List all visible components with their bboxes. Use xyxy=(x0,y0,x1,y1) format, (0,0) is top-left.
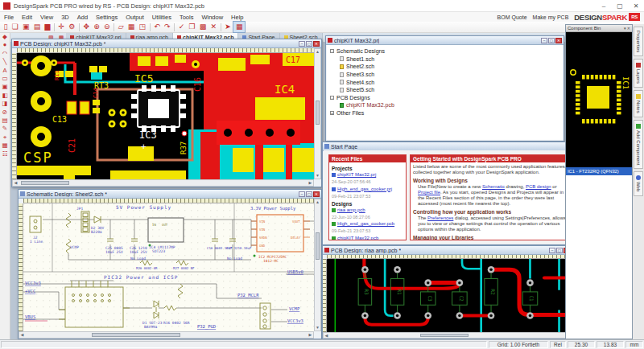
tree-node-other-files[interactable]: +Other Files xyxy=(330,109,563,117)
menu-utilities[interactable]: Utilities xyxy=(148,14,175,21)
bom-quote-link[interactable]: BOM Quote xyxy=(497,14,527,20)
window-titlebar[interactable]: Schematic Design: Sheet2.sch * – ▢ ✕ xyxy=(19,190,321,199)
close-button[interactable]: ✕ xyxy=(313,41,320,47)
undo-icon[interactable]: ↶ xyxy=(152,22,163,32)
minimize-button[interactable]: – xyxy=(299,191,305,197)
copy-icon[interactable]: ❐ xyxy=(187,22,197,32)
maximize-button[interactable]: ▢ xyxy=(306,191,312,197)
minimize-button[interactable]: – xyxy=(541,38,547,43)
schematic-link[interactable]: Schematic xyxy=(482,184,505,189)
settings-icon[interactable]: ⚙ xyxy=(67,22,77,32)
add-component-icon[interactable]: ✛ xyxy=(56,22,67,32)
copper-area-icon[interactable]: ◨ xyxy=(2,100,7,108)
horizontal-scrollbar[interactable]: ◀ ▶ xyxy=(323,332,571,339)
zoom-in-icon[interactable]: ⊕ xyxy=(92,22,102,32)
panel-buttons[interactable]: ▾ ✕ xyxy=(624,26,630,31)
grid-tool-icon[interactable]: ▦ xyxy=(2,142,7,150)
line-tool-icon[interactable]: ╲ xyxy=(3,58,7,66)
tree-item-chipkit-pcb[interactable]: chipKIT Max32.pcb xyxy=(340,101,563,109)
schematic-canvas[interactable]: IN OUT VIN VIN SHDN GND VOUT DELAY 5V Po… xyxy=(23,203,314,331)
minimize-button[interactable]: – xyxy=(299,41,305,47)
paste-icon[interactable]: ▩ xyxy=(197,22,208,32)
frame-icon[interactable]: ◳ xyxy=(137,22,148,32)
tree-item-sheet4[interactable]: Sheet4.sch xyxy=(340,78,563,86)
component-bin-toggle-icon[interactable]: ▦ xyxy=(233,21,246,33)
net-vcc3v3[interactable]: VCC3v3 xyxy=(25,281,41,285)
new-icon[interactable]: ▯ xyxy=(2,22,10,32)
maximize-button[interactable]: ▢ xyxy=(306,41,312,47)
net-vcmp[interactable]: VCMP xyxy=(289,306,300,311)
text-tool-icon[interactable]: A xyxy=(2,67,6,75)
vertical-scrollbar[interactable]: ▲ ▼ xyxy=(314,48,321,179)
expander-icon[interactable]: - xyxy=(330,96,334,100)
rect-tool-icon[interactable]: ▭ xyxy=(2,75,7,83)
save-icon[interactable]: ▣ xyxy=(20,22,31,32)
origin-tool-icon[interactable]: ⌖ xyxy=(3,133,6,142)
preferences-link[interactable]: Preferences xyxy=(427,216,453,220)
menu-file[interactable]: File xyxy=(0,14,18,21)
via-tool-icon[interactable]: ● xyxy=(3,41,7,49)
menu-output[interactable]: Output xyxy=(122,14,148,21)
redo-icon[interactable]: ↷ xyxy=(162,22,172,32)
shape-tool-icon[interactable]: ▱ xyxy=(116,22,126,32)
pcb-canvas[interactable]: CSP C13 C21 C14 R11 RT3 IC5 IC3 + R37 C1… xyxy=(17,53,314,179)
pcb-design-link[interactable]: PCB design xyxy=(526,184,551,189)
menu-window[interactable]: Window xyxy=(197,14,227,21)
tree-item-sheet5[interactable]: Sheet5.sch xyxy=(340,86,563,94)
menu-add[interactable]: Add xyxy=(73,14,92,21)
layer-tool-icon[interactable]: ▤ xyxy=(2,117,7,125)
menu-view[interactable]: View xyxy=(36,14,57,21)
scrollbar-thumb[interactable] xyxy=(92,333,180,337)
pcb-canvas[interactable]: R3 R1 C3 C2 R2 C1 xyxy=(327,259,571,332)
net-vcc3v3-b[interactable]: VCC3v3 xyxy=(287,318,303,323)
maximize-button[interactable]: ▢ xyxy=(556,248,563,253)
tree-node-schematic-designs[interactable]: -Schematic Designs xyxy=(330,47,563,55)
minimize-button[interactable]: – xyxy=(549,248,555,253)
horizontal-scrollbar[interactable]: ◀ ▶ xyxy=(19,331,314,339)
menu-settings[interactable]: Settings xyxy=(92,14,122,21)
layers-stack-icon[interactable]: ☷ xyxy=(2,150,8,158)
library-icon[interactable]: ▆ xyxy=(43,22,52,32)
component-bin-titlebar[interactable]: Component Bin ▾ ✕ xyxy=(566,25,632,32)
open-icon[interactable]: ❏ xyxy=(10,22,20,32)
component-bin-preview[interactable]: IC1 xyxy=(566,32,632,167)
tab-layers[interactable]: Layers xyxy=(634,59,643,88)
tree-node-pcb-designs[interactable]: -PCB Designs xyxy=(330,94,563,102)
maximize-button[interactable]: ▢ xyxy=(612,0,628,11)
scrollbar-thumb[interactable] xyxy=(21,181,69,185)
grid-icon[interactable]: ▦ xyxy=(126,22,137,32)
close-button[interactable]: ✕ xyxy=(555,38,562,43)
expander-icon[interactable]: + xyxy=(330,111,334,115)
tab-add-component[interactable]: Add Component xyxy=(634,120,643,169)
window-titlebar[interactable]: PCB Design: chipKIT Max32.pcb * – ▢ ✕ xyxy=(12,39,321,48)
horizontal-scrollbar[interactable]: ◀ ▶ xyxy=(12,179,314,187)
zoom-out-icon[interactable]: ⊖ xyxy=(101,22,112,32)
tree-item-sheet1[interactable]: Sheet1.sch xyxy=(340,55,563,64)
tree-item-sheet3[interactable]: Sheet3.sch xyxy=(340,71,563,79)
expander-icon[interactable]: - xyxy=(330,49,334,53)
tab-web[interactable]: Web xyxy=(634,171,643,195)
print-icon[interactable]: ▤ xyxy=(31,22,43,32)
net-usb5v0[interactable]: USB5v0 xyxy=(287,269,303,274)
recent-design-item[interactable]: riaa amp.pcb22-Jun-10 08:27:06 xyxy=(332,207,403,220)
copper-pour-icon[interactable]: ◧ xyxy=(2,92,7,100)
tab-properties[interactable]: Properties xyxy=(634,27,643,56)
keepout-tool-icon[interactable]: ⊘ xyxy=(2,109,7,117)
menu-3d[interactable]: 3D xyxy=(57,14,73,21)
filled-rect-tool-icon[interactable]: ▣ xyxy=(2,83,7,91)
arc-tool-icon[interactable]: ◠ xyxy=(2,50,8,58)
pad-tool-icon[interactable]: ◆ xyxy=(2,33,7,41)
net-p32-pgd[interactable]: P32_PGD xyxy=(197,324,216,330)
menu-help[interactable]: Help xyxy=(227,14,247,21)
scrollbar-thumb[interactable] xyxy=(316,232,320,260)
vertical-scrollbar[interactable]: ▲ ▼ xyxy=(314,199,321,331)
scrollbar-thumb[interactable] xyxy=(420,334,469,337)
recent-design-item[interactable]: High_end_gas_cooker.pcb09-Feb-21 23:07:5… xyxy=(332,221,403,234)
net-p32-mclr[interactable]: P32_MCLR xyxy=(237,293,259,298)
net-vbus[interactable]: VBUS xyxy=(25,314,35,319)
component-bin-selected-item[interactable]: IC1 - FT232RQ (QFN32) xyxy=(566,167,632,175)
window-titlebar[interactable]: chipKIT Max32.prj – ▢ ✕ xyxy=(326,36,564,45)
status-rel[interactable]: Rel xyxy=(550,341,566,348)
check-icon[interactable]: ✓ xyxy=(176,22,187,32)
scrollbar-thumb[interactable] xyxy=(316,101,320,125)
